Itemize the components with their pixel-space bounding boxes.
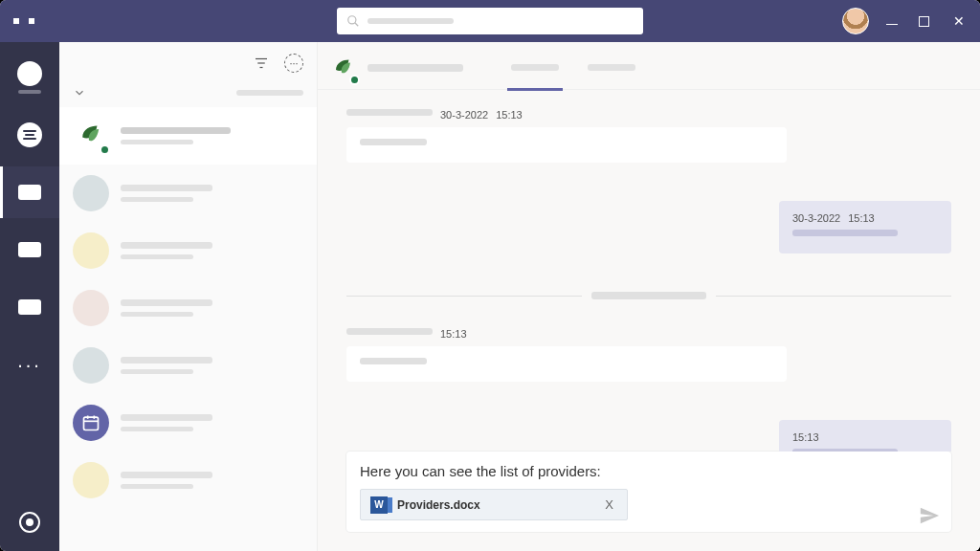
window-minimize[interactable] — [886, 18, 902, 25]
calendar-icon — [18, 242, 41, 257]
rail-teams[interactable] — [0, 166, 59, 218]
attachment-remove[interactable]: X — [601, 496, 617, 514]
app-body: ··· — [0, 42, 980, 551]
contact-avatar — [73, 347, 109, 384]
chat-list-item[interactable] — [59, 337, 317, 394]
message-bubble[interactable] — [346, 127, 787, 163]
chat-item-text — [121, 127, 303, 144]
contact-avatar — [73, 232, 109, 269]
chat-list-item[interactable] — [59, 279, 317, 337]
chat-item-text — [121, 299, 303, 317]
title-bar-right — [842, 8, 967, 34]
date-divider — [346, 292, 951, 299]
tb-dot-icon — [13, 18, 19, 24]
chat-list-section[interactable] — [59, 84, 317, 107]
conversation-tabs — [511, 45, 635, 91]
tab-files[interactable] — [588, 45, 635, 91]
rail-help[interactable] — [0, 494, 59, 551]
chat-list-panel — [59, 42, 318, 551]
calls-icon — [18, 299, 41, 315]
chat-list-item[interactable] — [59, 394, 317, 452]
section-title — [236, 90, 303, 96]
rail-activity[interactable] — [0, 52, 59, 103]
compose-box[interactable]: Here you can see the list of providers: … — [346, 452, 951, 532]
contact-avatar — [73, 405, 109, 441]
chat-item-text — [121, 242, 303, 259]
tb-dot-icon — [29, 18, 34, 24]
svg-rect-5 — [84, 417, 99, 430]
chat-list-item[interactable] — [59, 165, 317, 222]
message-meta: 30-3-2022 15:13 — [346, 109, 787, 121]
message-outgoing: 15:13 — [511, 420, 951, 452]
word-doc-icon: W — [370, 496, 388, 514]
filter-icon[interactable] — [252, 54, 271, 73]
message-date: 30-3-2022 — [792, 212, 840, 224]
message-outgoing: 30-3-2022 15:13 — [511, 201, 951, 253]
user-avatar[interactable] — [842, 8, 869, 34]
compose-area: Here you can see the list of providers: … — [318, 452, 980, 551]
app-window: ··· — [0, 0, 980, 551]
rail-chat[interactable] — [0, 109, 59, 161]
chat-icon — [17, 122, 42, 147]
conversation-title — [368, 64, 463, 72]
contact-avatar — [73, 175, 109, 211]
message-bubble[interactable] — [346, 346, 787, 382]
conversation-header — [318, 42, 980, 90]
contact-avatar — [73, 118, 109, 154]
title-bar — [0, 0, 980, 42]
attachment-chip[interactable]: W Providers.docx X — [360, 489, 628, 520]
tab-chat[interactable] — [511, 45, 559, 91]
conversation-body: 30-3-2022 15:13 30-3-2022 15:13 — [318, 90, 980, 452]
rail-more[interactable]: ··· — [0, 339, 59, 390]
rail-calls[interactable] — [0, 281, 59, 333]
compose-text[interactable]: Here you can see the list of providers: — [360, 463, 938, 479]
contact-avatar — [73, 290, 109, 326]
contact-avatar — [73, 462, 109, 498]
message-meta: 30-3-2022 15:13 — [792, 212, 938, 224]
attachment-name: Providers.docx — [397, 498, 591, 512]
chat-list-item[interactable] — [59, 222, 317, 279]
message-bubble[interactable]: 15:13 — [779, 420, 951, 452]
send-icon[interactable] — [919, 505, 940, 526]
search-icon — [346, 14, 360, 28]
search-placeholder — [368, 18, 454, 24]
teams-icon — [18, 185, 41, 200]
title-bar-left — [13, 18, 34, 24]
presence-available-icon — [100, 144, 110, 155]
presence-available-icon — [349, 75, 360, 85]
rail-label — [18, 90, 41, 94]
chat-item-text — [121, 472, 303, 489]
help-icon — [19, 512, 40, 533]
chevron-down-icon — [73, 86, 86, 99]
chat-list-item[interactable] — [59, 107, 317, 165]
message-meta: 15:13 — [346, 328, 787, 341]
svg-point-0 — [348, 16, 356, 24]
calendar-icon — [81, 413, 100, 432]
rail-calendar[interactable] — [0, 224, 59, 276]
window-maximize[interactable] — [919, 16, 934, 27]
app-rail: ··· — [0, 42, 59, 551]
message-bubble[interactable]: 30-3-2022 15:13 — [779, 201, 951, 253]
activity-icon — [17, 61, 42, 86]
message-incoming: 15:13 — [346, 328, 787, 382]
message-meta: 15:13 — [792, 431, 938, 443]
chat-item-text — [121, 357, 303, 374]
chat-item-text — [121, 414, 303, 431]
message-time: 15:13 — [440, 328, 467, 341]
chat-list-item[interactable] — [59, 452, 317, 509]
chat-item-text — [121, 185, 303, 202]
message-time: 15:13 — [848, 212, 875, 224]
more-icon: ··· — [17, 354, 42, 376]
message-time: 15:13 — [792, 431, 819, 443]
conversation-avatar — [327, 53, 358, 83]
svg-line-1 — [355, 23, 359, 27]
search-input[interactable] — [337, 8, 643, 34]
window-close[interactable] — [951, 13, 967, 29]
message-time: 15:13 — [496, 109, 523, 121]
new-chat-icon[interactable] — [284, 54, 303, 73]
chat-list-header — [59, 42, 317, 84]
conversation-panel: 30-3-2022 15:13 30-3-2022 15:13 — [318, 42, 980, 551]
message-incoming: 30-3-2022 15:13 — [346, 109, 787, 163]
message-date: 30-3-2022 — [440, 109, 488, 121]
